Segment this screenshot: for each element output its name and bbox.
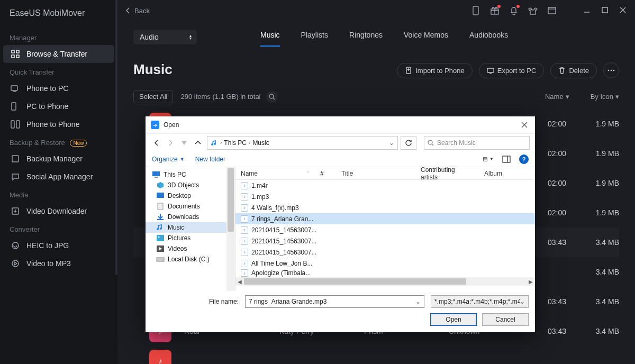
svg-point-10	[12, 242, 19, 249]
file-name: All Time Low_Jon B...	[251, 260, 312, 267]
tab-music[interactable]: Music	[260, 28, 280, 47]
sidebar-item-heic-to-jpg[interactable]: HEIC to JPG	[3, 236, 114, 254]
refresh-button[interactable]	[401, 136, 416, 150]
dialog-search[interactable]: Search Music	[424, 136, 530, 150]
tree-item-desktop[interactable]: Desktop	[146, 190, 235, 201]
page-title: Music	[133, 61, 173, 78]
organize-menu[interactable]: Organize ▼	[152, 156, 185, 163]
select-all-button[interactable]: Select All	[133, 90, 173, 103]
file-open-dialog: ➜ Open › This PC › Music ⌄ Search Music …	[146, 116, 535, 332]
grid-icon	[11, 49, 20, 59]
tree-item-this-pc[interactable]: This PC	[146, 169, 235, 180]
tab-ringtones[interactable]: Ringtones	[349, 28, 383, 47]
tree-item-documents[interactable]: Documents	[146, 201, 235, 212]
desktop-icon	[156, 192, 165, 199]
sidebar-item-phone-to-pc[interactable]: Phone to PC	[3, 79, 114, 97]
tree-scrollbar[interactable]	[226, 167, 235, 291]
preview-pane-button[interactable]	[501, 154, 512, 164]
export-button[interactable]: Export to PC	[479, 63, 545, 78]
address-dropdown[interactable]: ⌄	[389, 139, 394, 147]
file-row[interactable]: ♪1.mp3	[235, 191, 535, 202]
dialog-close[interactable]	[519, 120, 530, 130]
address-folder[interactable]: Music	[252, 139, 269, 147]
file-type-select[interactable]: *.mp3;*.m4a;*.m4b;*.m4p;*.m4 ⌄	[431, 295, 529, 308]
help-button[interactable]: ?	[519, 154, 529, 164]
sidebar-item-browse-transfer[interactable]: Browse & Transfer	[3, 45, 114, 63]
file-row[interactable]: ♪All Time Low_Jon B...	[235, 258, 535, 269]
window-close[interactable]	[619, 6, 628, 15]
sidebar-item-video-to-mp3[interactable]: Video to MP3	[3, 254, 114, 272]
tree-item-videos[interactable]: Videos	[146, 243, 235, 254]
col-artists[interactable]: Contributing artists	[415, 166, 479, 181]
sidebar-item-phone-to-phone[interactable]: Phone to Phone	[3, 115, 114, 133]
sort-view[interactable]: By Icon▾	[591, 93, 619, 101]
list-row[interactable]: ♪	[133, 346, 619, 364]
sidebar-item-label: PC to Phone	[26, 102, 68, 111]
window-minimize[interactable]	[583, 6, 592, 15]
nav-up[interactable]	[192, 137, 204, 149]
nav-forward[interactable]	[165, 137, 176, 149]
file-row[interactable]: ♪20210415_14563007...	[235, 224, 535, 235]
sidebar-scrollbar[interactable]	[115, 0, 117, 364]
sidebar-item-video-downloader[interactable]: Video Downloader	[3, 202, 114, 220]
gift-icon[interactable]	[490, 6, 500, 15]
nav-back[interactable]	[151, 137, 162, 149]
import-button[interactable]: Import to Phone	[397, 63, 473, 78]
tab-voice-memos[interactable]: Voice Memos	[404, 28, 448, 47]
sort-name[interactable]: Name▾	[545, 93, 569, 101]
row-size: 1.9 MB	[566, 120, 619, 128]
horizontal-scrollbar[interactable]: ◀▶	[235, 277, 535, 286]
sidebar-item-backup-manager[interactable]: Backup Manager	[3, 150, 114, 168]
file-row[interactable]: ♪4 Walls_f(x).mp3	[235, 202, 535, 213]
file-row[interactable]: ♪1.m4r	[235, 180, 535, 191]
tree-item-downloads[interactable]: Downloads	[146, 212, 235, 222]
content-type-select[interactable]: Audio ▴▾	[133, 30, 197, 44]
file-row[interactable]: ♪7 rings_Ariana Gran...	[235, 213, 535, 224]
tree-item-3d-objects[interactable]: 3D Objects	[146, 180, 235, 190]
menu-icon[interactable]	[547, 6, 557, 15]
col-number[interactable]: #	[315, 170, 336, 177]
tree-item-pictures[interactable]: Pictures	[146, 233, 235, 243]
sidebar-item-label: Phone to Phone	[26, 120, 79, 129]
phone-icon[interactable]	[471, 6, 480, 15]
new-folder-button[interactable]: New folder	[195, 156, 225, 163]
file-row[interactable]: ♪Apologize (Timbala...	[235, 269, 535, 277]
open-button[interactable]: Open	[430, 313, 477, 326]
address-root[interactable]: This PC	[224, 139, 247, 147]
tree-item-local-disk[interactable]: Local Disk (C:)	[146, 254, 235, 265]
new-badge: New	[70, 140, 87, 147]
shirt-icon[interactable]	[528, 6, 538, 15]
svg-rect-7	[16, 121, 20, 128]
search-button[interactable]	[266, 91, 278, 103]
sidebar-item-social-app-manager[interactable]: Social App Manager	[3, 168, 114, 186]
delete-button[interactable]: Delete	[550, 63, 597, 78]
sidebar-item-label: Phone to PC	[26, 84, 68, 93]
page-actions: Import to Phone Export to PC Delete	[397, 62, 619, 78]
col-name[interactable]: Name˄	[235, 170, 315, 177]
cube-icon	[156, 181, 165, 189]
filename-input[interactable]: 7 rings_Ariana Grande.mp3 ⌄	[245, 295, 424, 308]
tabs: Music Playlists Ringtones Voice Memos Au…	[260, 28, 508, 47]
more-button[interactable]	[603, 62, 619, 78]
chevron-down-icon[interactable]: ⌄	[415, 298, 421, 305]
tab-playlists[interactable]: Playlists	[301, 28, 328, 47]
view-mode-button[interactable]: ▼	[483, 154, 494, 164]
svg-rect-23	[484, 157, 487, 161]
window-maximize[interactable]	[601, 6, 610, 15]
col-title[interactable]: Title	[336, 170, 415, 177]
row-size: 3.4 MB	[566, 327, 619, 335]
col-album[interactable]: Album	[479, 170, 535, 177]
sidebar-item-pc-to-phone[interactable]: PC to Phone	[3, 97, 114, 115]
back-button[interactable]: Back	[125, 7, 150, 15]
tab-audiobooks[interactable]: Audiobooks	[469, 28, 508, 47]
top-icons	[471, 6, 628, 15]
file-row[interactable]: ♪20210415_14563007...	[235, 235, 535, 247]
bell-icon[interactable]	[509, 6, 519, 15]
address-bar[interactable]: › This PC › Music ⌄	[207, 136, 398, 150]
file-row[interactable]: ♪20210415_14563007...	[235, 247, 535, 258]
cancel-button[interactable]: Cancel	[482, 313, 529, 326]
category-row: Audio ▴▾ Music Playlists Ringtones Voice…	[133, 28, 619, 47]
audio-file-icon: ♪	[241, 238, 248, 245]
nav-recent[interactable]	[178, 137, 190, 149]
tree-item-music[interactable]: Music	[146, 222, 235, 233]
